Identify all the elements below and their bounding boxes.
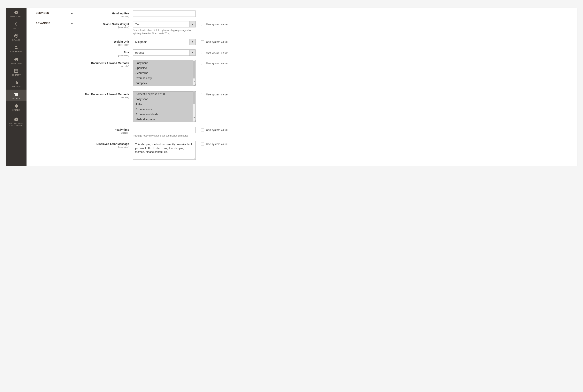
nav-partners[interactable]: FIND PARTNERS & EXTENSIONS (6, 115, 27, 129)
nav-label: CUSTOMERS (10, 51, 22, 52)
accordion-label: ADVANCED (36, 22, 51, 24)
row-size: Size [store view] Regular ▼ Use system v… (83, 50, 571, 57)
option[interactable]: Europack (133, 80, 193, 86)
gear-icon (14, 104, 19, 108)
nav-catalog[interactable]: CATALOG (6, 31, 27, 43)
use-system-value[interactable]: Use system value (196, 21, 227, 26)
nondoc-methods-multiselect[interactable]: Domestic express 12:00 Easy shop Jetline… (133, 91, 196, 122)
nav-reports[interactable]: REPORTS (6, 78, 27, 90)
doc-methods-multiselect[interactable]: Easy shop Sprintline Secureline Express … (133, 60, 196, 86)
use-system-value[interactable]: Use system value (196, 50, 227, 54)
field-label: Size [store view] (83, 50, 133, 57)
nav-label: FIND PARTNERS & EXTENSIONS (9, 122, 24, 127)
use-system-checkbox[interactable] (201, 40, 204, 43)
person-icon (14, 45, 19, 50)
nav-content[interactable]: CONTENT (6, 66, 27, 78)
box-icon (14, 34, 19, 38)
use-system-value[interactable]: Use system value (196, 127, 227, 132)
gauge-icon (14, 10, 19, 15)
resize-handle-icon[interactable] (193, 120, 195, 122)
nav-system[interactable]: SYSTEM (6, 101, 27, 113)
option[interactable]: Express easy (133, 107, 193, 112)
scrollbar-thumb[interactable] (193, 61, 195, 78)
dropdown-arrow-icon: ▼ (189, 39, 195, 45)
multiselect-options: Easy shop Sprintline Secureline Express … (133, 60, 193, 86)
nav-stores[interactable]: STORES (6, 90, 27, 101)
nav-marketing[interactable]: MARKETING (6, 54, 27, 66)
ready-time-input[interactable] (133, 127, 196, 133)
row-divide-order-weight: Divide Order Weight [store view] Yes ▼ S… (83, 21, 571, 35)
error-message-textarea[interactable] (133, 141, 196, 160)
option[interactable]: Express worldwide (133, 112, 193, 117)
nav-label: CONTENT (12, 74, 21, 76)
nav-label: REPORTS (12, 86, 21, 88)
settings-form: Handling Fee [website] Divide Order Weig… (77, 8, 577, 166)
bars-icon (14, 80, 19, 85)
size-select[interactable]: Regular ▼ (133, 50, 196, 56)
handling-fee-input[interactable] (133, 10, 196, 17)
admin-sidebar: DASHBOARD SALES CATALOG CUSTOMERS MARKET… (6, 8, 27, 166)
option[interactable]: Secureline (133, 70, 193, 76)
accordion-advanced[interactable]: ADVANCED ⌄ (32, 18, 77, 28)
option[interactable]: Domestic express 12:00 (133, 92, 193, 96)
field-label: Non Documents Allowed Methods [website] (83, 91, 133, 98)
use-system-checkbox[interactable] (201, 142, 204, 146)
use-system-checkbox[interactable] (201, 51, 204, 54)
multiselect-options: Domestic express 12:00 Easy shop Jetline… (133, 92, 193, 122)
accordion-list: SERVICES ⌄ ADVANCED ⌄ (32, 8, 77, 28)
field-label: Weight Unit [store view] (83, 39, 133, 46)
field-label: Divide Order Weight [store view] (83, 21, 133, 28)
app-frame: DASHBOARD SALES CATALOG CUSTOMERS MARKET… (6, 8, 577, 166)
nav-customers[interactable]: CUSTOMERS (6, 43, 27, 54)
use-system-value[interactable]: Use system value (196, 60, 227, 65)
field-label: Documents Allowed Methods [website] (83, 60, 133, 68)
row-nondoc-methods: Non Documents Allowed Methods [website] … (83, 91, 571, 122)
use-system-value[interactable]: Use system value (196, 91, 227, 96)
scrollbar-thumb[interactable] (193, 92, 195, 104)
divide-order-weight-select[interactable]: Yes ▼ (133, 21, 196, 28)
option[interactable]: Easy shop (133, 96, 193, 102)
option[interactable]: Easy shop (133, 60, 193, 66)
config-sections: SERVICES ⌄ ADVANCED ⌄ (27, 8, 77, 166)
dropdown-arrow-icon: ▼ (189, 22, 195, 27)
nav-label: SYSTEM (13, 109, 20, 111)
option[interactable]: Express easy (133, 76, 193, 80)
accordion-services[interactable]: SERVICES ⌄ (32, 8, 77, 18)
row-error-message: Displayed Error Message [store view] Use… (83, 141, 571, 160)
field-label: Handling Fee [website] (83, 10, 133, 18)
use-system-checkbox[interactable] (201, 93, 204, 96)
nav-separator (9, 114, 24, 114)
option[interactable]: Sprintline (133, 66, 193, 70)
field-help: Package ready time after order submissio… (133, 134, 196, 138)
resize-handle-icon[interactable] (193, 83, 195, 86)
nav-label: CATALOG (12, 39, 21, 41)
puzzle-icon (14, 117, 19, 122)
nav-dashboard[interactable]: DASHBOARD (6, 8, 27, 20)
scroll-down-icon[interactable]: ▼ (193, 80, 195, 82)
field-label: Ready time [website] (83, 127, 133, 134)
row-doc-methods: Documents Allowed Methods [website] Easy… (83, 60, 571, 86)
chevron-down-icon: ⌄ (71, 21, 73, 25)
accordion-label: SERVICES (36, 12, 49, 14)
nav-sales[interactable]: SALES (6, 20, 27, 31)
use-system-checkbox[interactable] (201, 23, 204, 26)
scrollbar[interactable]: ▼ (193, 60, 195, 86)
use-system-checkbox[interactable] (201, 128, 204, 132)
row-handling-fee: Handling Fee [website] (83, 10, 571, 18)
row-ready-time: Ready time [website] Package ready time … (83, 127, 571, 138)
nav-label: DASHBOARD (10, 16, 22, 18)
megaphone-icon (14, 57, 19, 62)
option[interactable]: Medical express (133, 117, 193, 122)
weight-unit-select[interactable]: Kilograms ▼ (133, 39, 196, 45)
dollar-icon (14, 22, 19, 26)
field-help: Select this to allow DHL to optimize shi… (133, 29, 196, 35)
use-system-checkbox[interactable] (201, 62, 204, 65)
use-system-value[interactable]: Use system value (196, 39, 227, 44)
option[interactable]: Jetline (133, 102, 193, 107)
row-weight-unit: Weight Unit [store view] Kilograms ▼ Use… (83, 39, 571, 46)
use-system-value[interactable]: Use system value (196, 141, 227, 146)
field-label: Displayed Error Message [store view] (83, 141, 133, 148)
scrollbar[interactable]: ▼ (193, 92, 195, 122)
storefront-icon (14, 92, 19, 96)
scroll-down-icon[interactable]: ▼ (193, 117, 195, 119)
